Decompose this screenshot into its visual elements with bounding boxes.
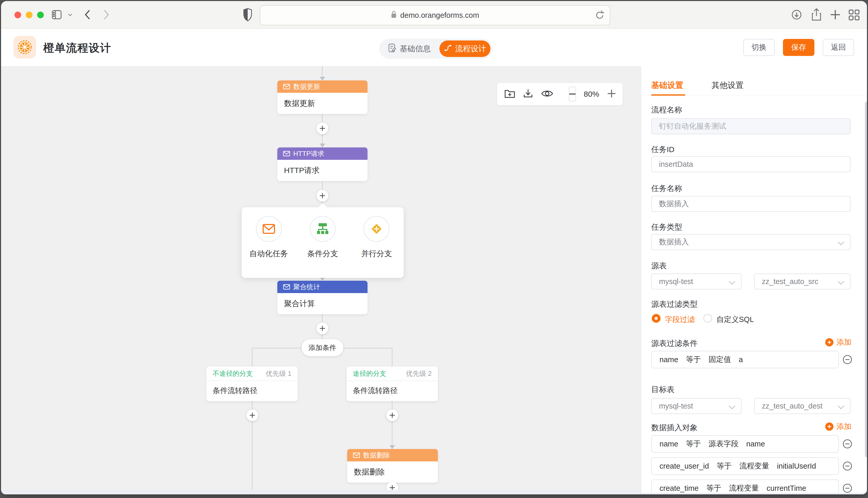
add-node-button[interactable]	[317, 122, 328, 134]
picker-item-parallel-branch[interactable]: 并行分支	[352, 216, 401, 259]
tab-basic-info[interactable]: 基础信息	[388, 39, 431, 59]
picker-item-auto-task[interactable]: 自动化任务	[244, 216, 293, 259]
node-data-delete[interactable]: 数据删除 数据删除	[347, 449, 438, 483]
filter-conditions-label: 源表过滤条件	[651, 338, 698, 349]
remove-object-button[interactable]	[842, 439, 852, 449]
task-type-label: 任务类型	[651, 222, 682, 233]
zoom-out-button[interactable]	[569, 87, 576, 102]
source-table-select[interactable]: zz_test_auto_src	[754, 274, 851, 289]
add-node-button[interactable]	[386, 409, 398, 421]
diamond-plus-yellow-icon	[369, 222, 384, 236]
process-name-value: 钉钉自动化服务测试	[659, 121, 726, 131]
task-name-input[interactable]: 数据插入	[651, 196, 851, 212]
zoom-in-button[interactable]	[607, 89, 616, 99]
new-file-icon[interactable]	[504, 89, 515, 100]
back-button[interactable]	[84, 9, 91, 21]
remove-object-button[interactable]	[842, 461, 852, 471]
node-http-request[interactable]: HTTP请求 HTTP请求	[277, 147, 368, 181]
privacy-shield-icon[interactable]	[243, 8, 253, 23]
condition-value: a	[739, 355, 743, 364]
connector-line	[322, 66, 323, 77]
radio-custom-sql-label[interactable]: 自定义SQL	[717, 314, 754, 325]
step-switcher: 基础信息 流程设计	[379, 39, 493, 59]
share-icon[interactable]	[811, 8, 822, 22]
target-table-select[interactable]: zz_test_auto_dest	[754, 398, 851, 414]
switch-button[interactable]: 切换	[743, 39, 775, 56]
reload-icon[interactable]	[595, 10, 604, 22]
tab-other-settings[interactable]: 其他设置	[711, 80, 744, 91]
tab-basic-settings[interactable]: 基础设置	[651, 80, 683, 91]
radio-field-filter-label[interactable]: 字段过滤	[665, 314, 695, 325]
sidebar-toggle-icon[interactable]	[52, 10, 62, 21]
add-node-button[interactable]	[317, 323, 328, 334]
tab-overview-icon[interactable]	[849, 9, 860, 22]
task-type-select[interactable]: 数据插入	[651, 234, 851, 250]
source-datasource-select[interactable]: mysql-test	[651, 274, 742, 289]
arrow-down-icon	[320, 144, 325, 147]
traffic-close-button[interactable]	[14, 12, 21, 18]
add-node-button[interactable]	[386, 482, 398, 490]
remove-condition-button[interactable]	[842, 355, 852, 365]
save-button[interactable]: 保存	[783, 39, 814, 56]
add-node-button[interactable]	[246, 409, 258, 421]
insert-object-row[interactable]: name 等于 源表字段 name	[651, 435, 839, 453]
target-table-label: 目标表	[651, 384, 675, 395]
insert-object-row[interactable]: create_time 等于 流程变量 currentTime	[651, 480, 839, 493]
radio-custom-sql[interactable]	[703, 314, 712, 323]
add-filter-condition-button[interactable]: 添加	[825, 337, 852, 348]
traffic-minimize-button[interactable]	[26, 12, 32, 18]
downloads-icon[interactable]	[791, 9, 802, 21]
node-body: 聚合计算	[277, 293, 368, 314]
branch-title: 不途径的分支	[213, 369, 253, 378]
back-button-header[interactable]: 返回	[823, 39, 854, 56]
clipboard-icon	[388, 43, 396, 54]
flow-icon	[444, 44, 452, 54]
new-tab-icon[interactable]	[830, 9, 841, 21]
branch-card-pass[interactable]: 途径的分支 优先级 2 条件流转路径	[347, 367, 438, 401]
task-id-input[interactable]: insertData	[651, 156, 851, 172]
node-body: 数据删除	[347, 461, 438, 483]
page-title: 橙单流程设计	[43, 41, 111, 55]
source-table-value: zz_test_auto_src	[762, 277, 818, 286]
remove-object-button[interactable]	[842, 483, 852, 493]
target-datasource-select[interactable]: mysql-test	[651, 398, 742, 414]
plus-circle-icon	[825, 422, 833, 431]
lock-icon	[391, 11, 397, 20]
address-bar[interactable]: demo.orangeforms.com	[260, 5, 610, 25]
traffic-zoom-button[interactable]	[37, 12, 44, 18]
envelope-icon	[283, 151, 290, 156]
process-name-input[interactable]: 钉钉自动化服务测试	[651, 118, 851, 134]
object-operator: 等于	[717, 461, 732, 471]
export-download-icon[interactable]	[523, 88, 533, 100]
branch-card-no-pass[interactable]: 不途径的分支 优先级 1 条件流转路径	[206, 367, 298, 401]
node-data-update[interactable]: 数据更新 数据更新	[277, 80, 368, 114]
node-title: 聚合统计	[293, 283, 320, 291]
node-aggregate[interactable]: 聚合统计 聚合计算	[277, 281, 368, 314]
envelope-orange-icon	[262, 224, 275, 234]
app-logo	[13, 36, 36, 58]
add-condition-button[interactable]: 添加条件	[302, 339, 343, 356]
panel-scrollbar[interactable]	[865, 102, 867, 457]
preview-eye-icon[interactable]	[541, 89, 553, 99]
chevron-down-icon[interactable]	[68, 13, 73, 18]
browser-window: demo.orangeforms.com 橙单流程设计	[1, 1, 867, 494]
flow-canvas[interactable]: 80% 数据更新 数据更新	[1, 66, 641, 490]
node-title: 数据删除	[363, 451, 390, 460]
node-body: HTTP请求	[277, 160, 368, 181]
add-insert-object-button[interactable]: 添加	[825, 421, 852, 432]
radio-field-filter[interactable]	[652, 314, 660, 323]
object-type: 流程变量	[739, 461, 769, 471]
condition-type: 固定值	[709, 354, 731, 365]
add-node-button[interactable]	[317, 190, 328, 201]
chevron-down-icon	[838, 403, 844, 409]
filter-condition-row[interactable]: name 等于 固定值 a	[651, 351, 839, 368]
filter-type-label: 源表过滤类型	[651, 299, 698, 310]
task-id-value: insertData	[659, 160, 693, 169]
object-field: create_user_id	[659, 462, 709, 470]
insert-object-row[interactable]: create_user_id 等于 流程变量 initialUserId	[651, 457, 839, 475]
envelope-icon	[283, 284, 290, 290]
tab-flow-design[interactable]: 流程设计	[439, 40, 491, 57]
forward-button[interactable]	[103, 9, 110, 21]
process-name-label: 流程名称	[651, 105, 682, 115]
picker-item-condition-branch[interactable]: 条件分支	[298, 216, 347, 259]
